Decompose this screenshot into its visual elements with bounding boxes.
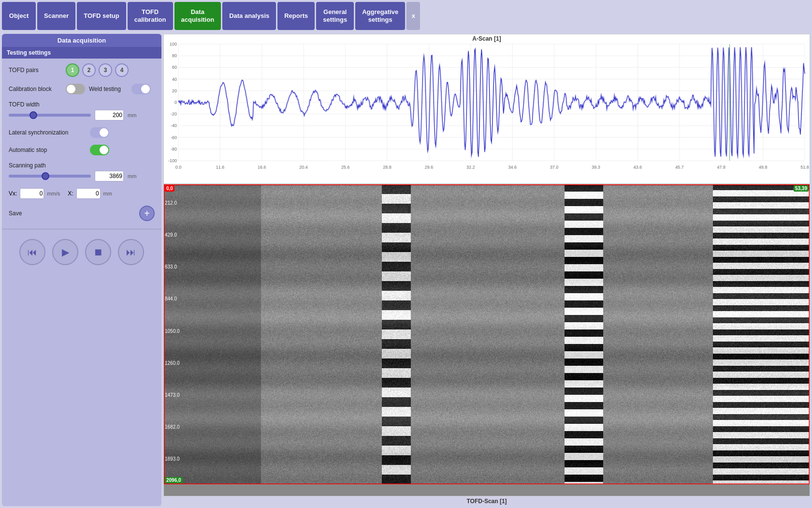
tofd-width-row: TOFD width mm	[9, 101, 155, 120]
bscan-corner-bl: 2096,0	[165, 477, 183, 483]
lateral-sync-toggle[interactable]	[90, 127, 109, 138]
ascan-container: A-Scan [1]	[163, 34, 810, 184]
bscan-y-label-8: 1893.0	[165, 456, 180, 462]
x-label: X:	[68, 190, 73, 197]
scanning-path-label: Scanning path	[9, 162, 155, 169]
bscan-y-label-0: 212.0	[165, 200, 177, 206]
save-row: Save +	[9, 206, 155, 221]
bscan-container: 0,0 53,39 2096,0 212.0429.0633.0844.0105…	[163, 184, 810, 496]
right-panel: 1 2 A-Scan [1] 0,0 53,39 2096,0 212.0429…	[163, 32, 812, 508]
panel-title: Data acquisition	[2, 34, 161, 47]
nav-btn-reports[interactable]: Reports	[277, 2, 315, 30]
ascan-chart	[164, 42, 810, 173]
stop-button[interactable]: ⏹	[85, 239, 111, 265]
bscan-canvas	[164, 184, 810, 484]
bscan-y-label-3: 844.0	[165, 296, 177, 301]
tofd-width-unit: mm	[128, 112, 136, 118]
bscan-y-label-4: 1050.0	[165, 329, 180, 334]
navbar: ObjectScannerTOFD setupTOFD calibrationD…	[0, 0, 812, 32]
scanning-path-thumb[interactable]	[42, 172, 49, 180]
bscan-y-label-1: 429.0	[165, 232, 177, 238]
x-unit: mm	[103, 191, 112, 196]
nav-btn-object[interactable]: Object	[2, 2, 36, 30]
save-label: Save	[9, 210, 62, 217]
auto-stop-toggle[interactable]	[90, 145, 109, 155]
scanning-path-track[interactable]	[9, 175, 91, 178]
tofd-pair-btn-1[interactable]: 1	[66, 63, 79, 77]
weld-testing-label: Weld testing	[89, 86, 128, 92]
auto-stop-label: Automatic stop	[9, 147, 86, 153]
scanning-path-control: mm	[9, 171, 155, 181]
bscan-title: TOFD-Scan [1]	[163, 496, 810, 506]
nav-btn-aggregative-settings[interactable]: Aggregative settings	[355, 2, 405, 30]
bscan-y-label-5: 1260.0	[165, 360, 180, 366]
scanning-path-input[interactable]	[95, 171, 124, 181]
testing-settings-header: Testing settings	[2, 47, 161, 59]
calibration-block-toggle[interactable]	[66, 84, 85, 94]
vx-unit: mm/s	[47, 191, 60, 196]
tofd-width-label: TOFD width	[9, 101, 155, 108]
nav-btn-general-settings[interactable]: General settings	[316, 2, 354, 30]
lateral-sync-row: Lateral synchronization	[9, 127, 155, 138]
bscan-y-label-6: 1473.0	[165, 392, 180, 398]
auto-stop-row: Automatic stop	[9, 145, 155, 155]
nav-btn-data-acquisition[interactable]: Data acquisition	[174, 2, 221, 30]
nav-btn-data-analysis[interactable]: Data analysis	[222, 2, 276, 30]
x-input[interactable]	[76, 188, 101, 199]
calibration-weld-row: Calibration block Weld testing	[9, 84, 155, 94]
play-button[interactable]: ▶	[52, 239, 78, 265]
tofd-pairs-label: TOFD pairs	[9, 67, 62, 74]
tofd-width-control: mm	[9, 110, 155, 120]
tofd-pair-btn-2[interactable]: 2	[82, 63, 96, 77]
vx-row: Vx: mm/s X: mm	[9, 188, 155, 199]
forward-button[interactable]: ⏭	[118, 239, 144, 265]
main-area: Data acquisition Testing settings TOFD p…	[0, 32, 812, 508]
bscan-y-label-7: 1682.0	[165, 424, 180, 430]
nav-btn-close[interactable]: x	[406, 2, 420, 30]
vx-label: Vx:	[9, 190, 17, 197]
nav-btn-tofd-calibration[interactable]: TOFD calibration	[128, 2, 173, 30]
bscan-y-label-2: 633.0	[165, 264, 177, 269]
settings-body: TOFD pairs 1234 Calibration block Weld t…	[2, 59, 161, 226]
rewind-button[interactable]: ⏮	[19, 239, 45, 265]
transport-controls: ⏮ ▶ ⏹ ⏭	[2, 232, 161, 272]
scanning-path-row: Scanning path mm	[9, 162, 155, 181]
bscan-wrapper: 0,0 53,39 2096,0 212.0429.0633.0844.0105…	[163, 184, 810, 506]
bscan-image: 0,0 53,39 2096,0 212.0429.0633.0844.0105…	[164, 184, 810, 484]
nav-btn-tofd-setup[interactable]: TOFD setup	[77, 2, 126, 30]
tofd-width-track[interactable]	[9, 114, 91, 117]
bscan-corner-tl: 0,0	[165, 185, 174, 192]
save-plus-button[interactable]: +	[139, 206, 155, 221]
nav-btn-scanner[interactable]: Scanner	[37, 2, 75, 30]
tofd-width-input[interactable]	[95, 110, 124, 120]
calibration-block-label: Calibration block	[9, 86, 62, 92]
scanning-path-unit: mm	[128, 173, 136, 179]
tofd-pairs-row: TOFD pairs 1234	[9, 63, 155, 77]
ascan-title: A-Scan [1]	[164, 34, 810, 42]
tofd-width-thumb[interactable]	[29, 111, 37, 119]
weld-testing-toggle[interactable]	[131, 84, 151, 94]
tofd-pair-btn-3[interactable]: 3	[99, 63, 112, 77]
left-panel: Data acquisition Testing settings TOFD p…	[2, 34, 161, 506]
vx-input[interactable]	[20, 188, 44, 199]
lateral-sync-label: Lateral synchronization	[9, 129, 86, 136]
tofd-pair-btn-4[interactable]: 4	[115, 63, 129, 77]
bscan-corner-tr: 53,39	[794, 185, 809, 192]
divider	[2, 229, 161, 229]
tofd-pair-buttons: 1234	[66, 63, 129, 77]
